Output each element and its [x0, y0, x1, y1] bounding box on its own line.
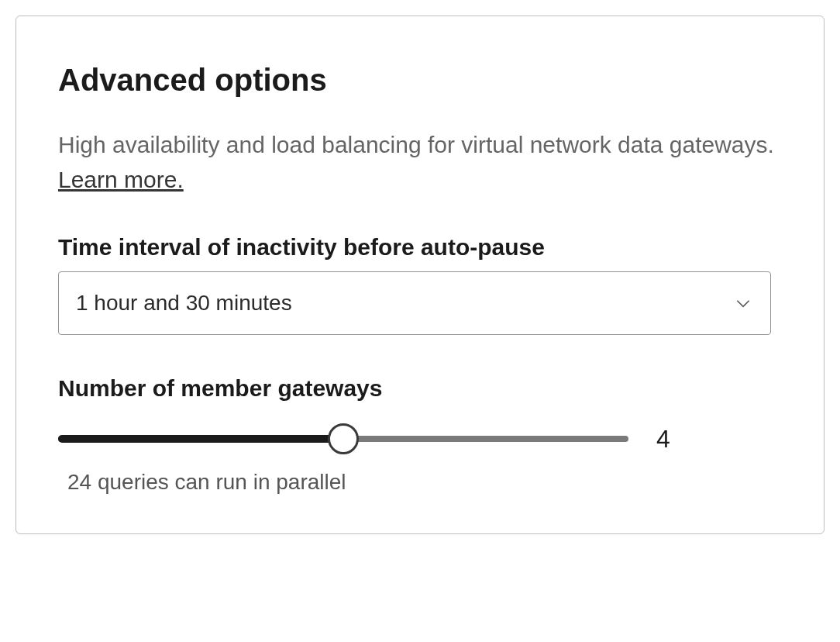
autopause-selected-value: 1 hour and 30 minutes [76, 291, 292, 316]
slider-track-fill [58, 435, 343, 443]
description-text: High availability and load balancing for… [58, 132, 774, 157]
autopause-select[interactable]: 1 hour and 30 minutes [58, 271, 771, 335]
panel-description: High availability and load balancing for… [58, 127, 782, 197]
advanced-options-panel: Advanced options High availability and l… [15, 16, 825, 534]
gateways-slider-value: 4 [656, 425, 687, 454]
gateways-helper-text: 24 queries can run in parallel [67, 470, 782, 495]
autopause-select-wrap: 1 hour and 30 minutes [58, 271, 771, 335]
panel-title: Advanced options [58, 63, 782, 98]
autopause-label: Time interval of inactivity before auto-… [58, 234, 782, 261]
gateways-label: Number of member gateways [58, 375, 782, 402]
chevron-down-icon [733, 293, 753, 313]
learn-more-link[interactable]: Learn more. [58, 167, 184, 192]
gateways-slider[interactable] [58, 423, 628, 454]
slider-thumb[interactable] [328, 423, 359, 454]
gateways-slider-row: 4 [58, 423, 782, 454]
